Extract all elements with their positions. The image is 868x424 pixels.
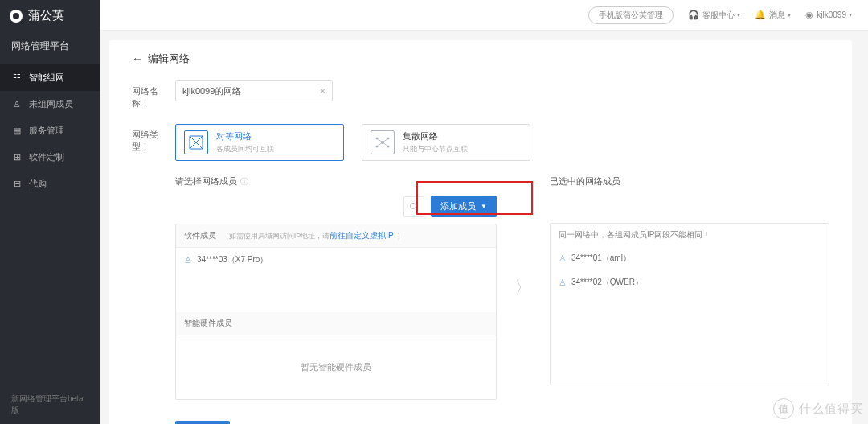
hardware-members-header: 智能硬件成员 <box>176 312 496 335</box>
label-members-spacer <box>132 175 175 180</box>
hardware-empty: 暂无智能硬件成员 <box>176 335 496 399</box>
type-name: 对等网络 <box>216 130 274 142</box>
messages-link[interactable]: 🔔 消息 ▾ <box>755 10 791 21</box>
member-icon: ♙ <box>184 255 192 266</box>
network-name-input[interactable] <box>175 80 333 101</box>
member-icon: ♙ <box>559 278 567 288</box>
chevron-down-icon: ▾ <box>788 11 791 19</box>
type-name: 集散网络 <box>403 130 468 142</box>
topbar: 手机版蒲公英管理 🎧 客服中心 ▾ 🔔 消息 ▾ ◉ kjlk0099 ▾ <box>100 0 868 31</box>
nav-item-software[interactable]: ⊞ 软件定制 <box>0 144 100 171</box>
label-network-name: 网络名称： <box>132 80 175 109</box>
nav-label: 未组网成员 <box>29 98 73 110</box>
label-network-type: 网络类型： <box>132 124 175 153</box>
back-arrow-icon[interactable]: ← <box>132 52 143 65</box>
p2p-icon <box>184 130 208 154</box>
nav-label: 智能组网 <box>29 72 64 84</box>
avatar-icon: ◉ <box>805 10 813 20</box>
chevron-down-icon: ▾ <box>849 11 852 19</box>
type-card-hub[interactable]: 集散网络 只能与中心节点互联 <box>362 124 530 161</box>
page-title: ← 编辑网络 <box>132 51 829 66</box>
member-text: 34****03（X7 Pro） <box>197 254 268 266</box>
nav-item-smart-network[interactable]: ☷ 智能组网 <box>0 64 100 91</box>
nav-item-purchase[interactable]: ⊟ 代购 <box>0 171 100 197</box>
nav-item-ungrouped[interactable]: ♙ 未组网成员 <box>0 91 100 117</box>
nav-label: 软件定制 <box>29 151 64 163</box>
type-desc: 只能与中心节点互联 <box>403 144 468 154</box>
type-desc: 各成员间均可互联 <box>216 144 274 154</box>
member-icon: ♙ <box>559 253 567 264</box>
messages-label: 消息 <box>769 10 785 21</box>
caret-down-icon: ▼ <box>481 203 487 210</box>
cart-icon: ⊟ <box>11 179 23 190</box>
user-icon: ♙ <box>11 99 23 110</box>
hub-icon <box>371 130 395 154</box>
headset-icon: 🎧 <box>688 10 699 20</box>
chevron-down-icon: ▾ <box>737 11 740 19</box>
watermark: 值 什么值得买 <box>773 398 863 419</box>
svg-point-5 <box>411 203 416 208</box>
network-icon: ☷ <box>11 72 23 84</box>
list-item[interactable]: ♙ 34****01（aml） <box>551 246 829 270</box>
watermark-badge-icon: 值 <box>773 398 794 419</box>
available-members-panel: 软件成员 （如需使用局域网访问IP地址，请前往自定义虚拟IP） ♙ 34****… <box>175 224 497 400</box>
brand-name: 蒲公英 <box>28 8 64 23</box>
search-button[interactable] <box>403 196 424 217</box>
user-label: kjlk0099 <box>817 10 846 19</box>
edit-network-card: ← 编辑网络 网络名称： ✕ 网络类型： <box>109 40 852 424</box>
brand: 蒲公英 <box>0 0 100 31</box>
page-title-text: 编辑网络 <box>148 51 190 66</box>
support-link[interactable]: 🎧 客服中心 ▾ <box>688 10 740 21</box>
support-label: 客服中心 <box>702 10 735 21</box>
add-member-label: 添加成员 <box>440 200 476 212</box>
selected-members-title: 已选中的网络成员 <box>550 175 829 187</box>
search-icon <box>409 202 419 212</box>
member-text: 34****01（aml） <box>571 253 631 264</box>
sidebar-footer: 新网络管理平台beta版 <box>0 385 100 424</box>
help-icon[interactable]: ⓘ <box>240 176 248 187</box>
mobile-version-button[interactable]: 手机版蒲公英管理 <box>588 6 674 24</box>
watermark-text: 什么值得买 <box>799 401 863 417</box>
software-icon: ⊞ <box>11 152 23 163</box>
add-member-button[interactable]: 添加成员 ▼ <box>431 196 497 217</box>
member-text: 34****02（QWER） <box>571 277 643 288</box>
user-menu[interactable]: ◉ kjlk0099 ▾ <box>805 10 852 20</box>
brand-icon <box>10 10 23 23</box>
list-item[interactable]: ♙ 34****02（QWER） <box>551 270 829 294</box>
submit-button[interactable]: 完成 <box>175 421 230 424</box>
bell-icon: 🔔 <box>755 10 766 20</box>
nav-label: 代购 <box>29 178 47 190</box>
platform-title: 网络管理平台 <box>0 31 100 64</box>
nav-label: 服务管理 <box>29 125 64 137</box>
nav-item-service[interactable]: ▤ 服务管理 <box>0 117 100 144</box>
svg-line-6 <box>416 208 418 211</box>
ip-note: 同一网络中，各组网成员IP网段不能相同！ <box>551 224 829 246</box>
type-card-p2p[interactable]: 对等网络 各成员间均可互联 <box>175 124 344 161</box>
select-members-title: 请选择网络成员 ⓘ <box>175 175 497 187</box>
software-members-header: 软件成员 （如需使用局域网访问IP地址，请前往自定义虚拟IP） <box>176 224 496 248</box>
clear-icon[interactable]: ✕ <box>319 86 326 97</box>
virtual-ip-link[interactable]: 前往自定义虚拟IP <box>330 231 393 240</box>
transfer-right-arrow[interactable]: 〉 <box>514 276 532 300</box>
service-icon: ▤ <box>11 126 23 137</box>
sidebar: 蒲公英 网络管理平台 ☷ 智能组网 ♙ 未组网成员 ▤ 服务管理 ⊞ 软件定制 … <box>0 0 100 424</box>
selected-members-panel: 同一网络中，各组网成员IP网段不能相同！ ♙ 34****01（aml） ♙ 3… <box>550 223 829 385</box>
list-item[interactable]: ♙ 34****03（X7 Pro） <box>176 248 496 272</box>
